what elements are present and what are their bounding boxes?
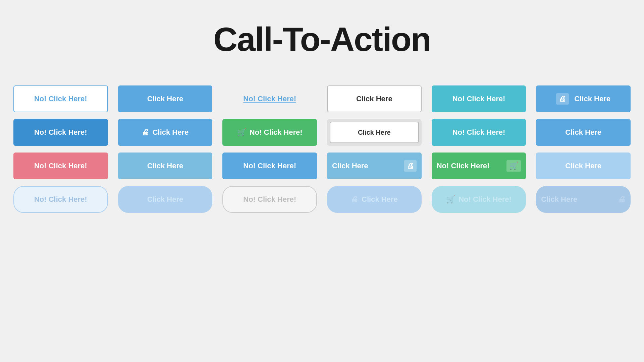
btn-r3c4[interactable]: Click Here 🖨 — [327, 153, 422, 179]
printer-icon: 🖨 — [351, 195, 358, 204]
btn-r1c1-label: No! Click Here! — [34, 95, 87, 103]
btn-r4c6-label: Click Here — [541, 195, 577, 204]
btn-r1c2[interactable]: Click Here — [118, 85, 213, 112]
btn-r2c6[interactable]: Click Here — [536, 119, 631, 146]
btn-r2c1[interactable]: No! Click Here! — [13, 119, 108, 146]
btn-r3c6[interactable]: Click Here — [536, 153, 631, 179]
btn-r1c2-label: Click Here — [147, 95, 183, 103]
btn-r3c1-label: No! Click Here! — [34, 162, 87, 170]
btn-r1c3[interactable]: No! Click Here! — [222, 85, 317, 112]
btn-r2c3[interactable]: 🛒 No! Click Here! — [222, 119, 317, 146]
btn-r3c6-label: Click Here — [565, 162, 601, 170]
shadow-container: Click Here — [327, 119, 422, 146]
btn-r4c5-label: No! Click Here! — [459, 195, 512, 204]
btn-r4c3-label: No! Click Here! — [243, 195, 296, 204]
btn-r3c5[interactable]: No! Click Here! 🛒 — [432, 153, 526, 179]
btn-r3c2-label: Click Here — [147, 162, 183, 170]
btn-r4c1[interactable]: No! Click Here! — [13, 186, 108, 213]
btn-r1c5[interactable]: No! Click Here! — [432, 85, 526, 112]
btn-r2c1-label: No! Click Here! — [34, 128, 87, 137]
printer-icon: 🖨 — [618, 195, 626, 204]
btn-r3c3[interactable]: No! Click Here! — [222, 153, 317, 179]
btn-r4c6[interactable]: Click Here 🖨 — [536, 186, 631, 213]
btn-r1c1[interactable]: No! Click Here! — [13, 85, 108, 112]
btn-r3c2[interactable]: Click Here — [118, 153, 213, 179]
btn-r4c1-label: No! Click Here! — [34, 195, 87, 204]
btn-r3c3-label: No! Click Here! — [243, 162, 296, 170]
printer-icon: 🖨 — [556, 93, 569, 105]
cart-icon: 🛒 — [446, 195, 455, 204]
btn-r1c5-label: No! Click Here! — [452, 95, 505, 103]
btn-r2c3-label: No! Click Here! — [250, 128, 303, 137]
btn-r3c5-label: No! Click Here! — [437, 162, 490, 170]
btn-r1c3-label: No! Click Here! — [243, 95, 296, 103]
btn-r2c4-label: Click Here — [358, 129, 391, 136]
btn-r2c2-label: Click Here — [153, 128, 189, 137]
btn-r1c4[interactable]: Click Here — [327, 85, 422, 112]
btn-r4c2[interactable]: Click Here — [118, 186, 213, 213]
btn-r2c2[interactable]: 🖨 Click Here — [118, 119, 213, 146]
btn-r4c5[interactable]: 🛒 No! Click Here! — [432, 186, 526, 213]
printer-icon: 🖨 — [142, 128, 149, 137]
cart-icon: 🛒 — [506, 160, 521, 172]
btn-r2c5-label: No! Click Here! — [452, 128, 505, 137]
btn-r4c2-label: Click Here — [147, 195, 183, 204]
btn-r1c4-label: Click Here — [356, 95, 392, 103]
printer-icon: 🖨 — [404, 160, 417, 172]
cart-icon: 🛒 — [237, 128, 246, 137]
btn-r1c6-label: Click Here — [574, 95, 610, 103]
btn-r4c4-label: Click Here — [362, 195, 398, 204]
button-grid: No! Click Here! Click Here No! Click Her… — [13, 85, 631, 213]
btn-r2c5[interactable]: No! Click Here! — [432, 119, 526, 146]
btn-r2c4[interactable]: Click Here — [330, 122, 419, 143]
btn-r3c4-label: Click Here — [332, 162, 368, 170]
btn-r4c3[interactable]: No! Click Here! — [222, 186, 317, 213]
btn-r1c6[interactable]: 🖨 Click Here — [536, 85, 631, 112]
btn-r2c6-label: Click Here — [565, 128, 601, 137]
page-title: Call-To-Action — [213, 20, 431, 59]
btn-r3c1[interactable]: No! Click Here! — [13, 153, 108, 179]
btn-r4c4[interactable]: 🖨 Click Here — [327, 186, 422, 213]
